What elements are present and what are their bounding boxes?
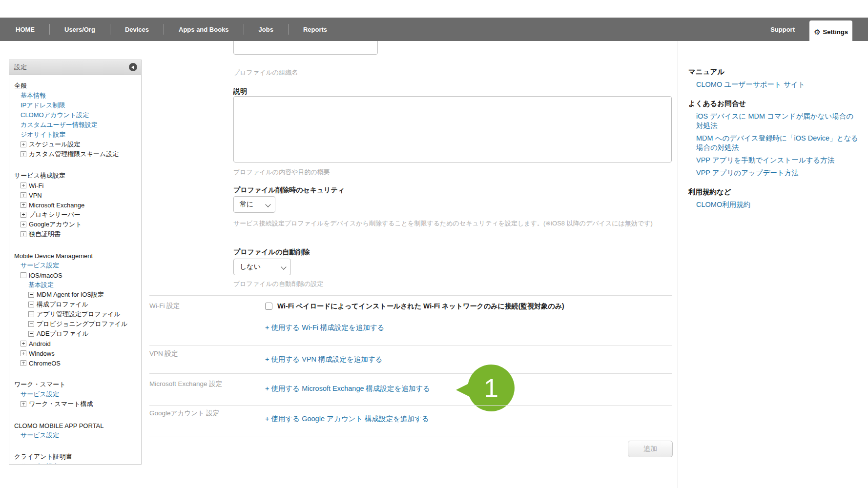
add-vpn-config-link[interactable]: + 使用する VPN 構成設定を追加する [265,355,383,364]
sidebar-group: Mobile Device Managementサービス設定iOS/macOS基… [9,251,141,368]
expand-icon[interactable] [28,331,34,337]
add-button[interactable]: 追加 [628,441,673,457]
collapse-icon[interactable] [21,272,26,278]
sidebar-item-tree[interactable]: ワーク・スマート構成 [9,399,141,409]
sidebar-item-label: iOS/macOS [29,272,62,279]
expand-icon[interactable] [28,311,34,317]
sidebar-item-label: Windows [29,350,55,357]
sidebar-item-label: ジオサイト設定 [21,130,66,139]
tab-settings[interactable]: ⚙ Settings [809,20,852,43]
org-name-help: プロファイルの組織名 [233,68,298,77]
sidebar-item-label: Android [29,340,51,347]
sidebar-item-tree[interactable]: ChromeOS [9,358,141,368]
expand-icon[interactable] [21,202,26,208]
sidebar-item-tree[interactable]: Windows [9,348,141,358]
sidebar-item-tree[interactable]: ADEプロファイル [9,329,141,339]
sidebar-group-title: サービス構成設定 [9,171,141,181]
sidebar-item-tree[interactable]: MDM Agent for iOS設定 [9,290,141,300]
help-link[interactable]: VPP アプリのアップデート方法 [696,168,860,178]
auto-removal-select[interactable]: しない [233,259,291,275]
sidebar-item-tree[interactable]: Googleアカウント [9,220,141,229]
removal-security-help: サービス接続設定プロファイルをデバイスから削除することを制限するためのセキュリテ… [233,216,675,231]
description-label: 説明 [233,87,247,96]
wifi-row-label: Wi-Fi 設定 [149,302,180,310]
sidebar-item-link[interactable]: サービス設定 [9,462,141,465]
sidebar-item-tree[interactable]: カスタム管理権限スキーム設定 [9,149,141,159]
sidebar-item-link[interactable]: サービス設定 [9,430,141,440]
help-link[interactable]: MDM へのデバイス登録時に「iOS Device」となる場合の対処法 [696,134,860,152]
help-link[interactable]: iOS デバイスに MDM コマンドが届かない場合の対処法 [696,112,860,130]
sidebar-item-label: Microsoft Exchange [29,202,84,209]
sidebar-item-link[interactable]: サービス設定 [9,389,141,399]
sidebar-item-label: ChromeOS [29,360,61,367]
nav-tab-devices[interactable]: Devices [110,26,164,33]
help-section-title: マニュアル [688,67,860,77]
expand-icon[interactable] [28,292,34,298]
expand-icon[interactable] [21,192,26,198]
sidebar-item-link[interactable]: 基本設定 [9,280,141,290]
add-wifi-config-link[interactable]: + 使用する Wi-Fi 構成設定を追加する [265,323,385,332]
sidebar-item-link[interactable]: IPアドレス制限 [9,101,141,110]
sidebar-item-tree[interactable]: アプリ管理設定プロファイル [9,309,141,319]
sidebar-item-link[interactable]: 基本情報 [9,91,141,101]
sidebar-item-tree[interactable]: スケジュール設定 [9,140,141,149]
expand-icon[interactable] [21,231,26,237]
sidebar-item-tree[interactable]: VPN [9,190,141,200]
add-exchange-config-link[interactable]: + 使用する Microsoft Exchange 構成設定を追加する [265,384,430,393]
sidebar-item-label: アプリ管理設定プロファイル [37,310,121,319]
divider [149,373,672,374]
nav-tab-jobs[interactable]: Jobs [244,26,288,33]
nav-tab-reports[interactable]: Reports [289,26,342,33]
sidebar-item-link[interactable]: カスタムユーザー情報設定 [9,120,141,130]
divider [149,345,672,346]
settings-tab-label: Settings [823,28,848,36]
org-name-input[interactable] [233,41,378,55]
description-textarea[interactable] [233,96,672,163]
removal-security-label: プロファイル削除時のセキュリティ [233,186,345,195]
nav-tab-home[interactable]: HOME [1,26,49,33]
expand-icon[interactable] [21,142,26,147]
sidebar-item-tree[interactable]: Android [9,339,141,348]
expand-icon[interactable] [21,401,26,407]
sidebar-group: 全般基本情報IPアドレス制限CLOMOアカウント設定カスタムユーザー情報設定ジオ… [9,81,141,159]
help-link[interactable]: CLOMO利用規約 [696,200,860,209]
sidebar-header: 設定 [9,60,141,75]
expand-icon[interactable] [21,222,26,227]
expand-icon[interactable] [21,183,26,188]
sidebar-item-tree[interactable]: プロキシサーバー [9,210,141,220]
sidebar-item-tree[interactable]: 独自証明書 [9,229,141,239]
help-link[interactable]: CLOMO ユーザーサポート サイト [696,80,860,89]
expand-icon[interactable] [21,341,26,346]
sidebar-collapse-button[interactable] [129,63,137,71]
sidebar-item-label: サービス設定 [21,431,59,440]
sidebar-item-label: 構成プロファイル [37,300,88,309]
removal-security-select[interactable]: 常に [233,196,275,213]
expand-icon[interactable] [28,302,34,307]
nav-support[interactable]: Support [770,18,795,41]
sidebar-item-label: 独自証明書 [29,230,61,239]
sidebar-item-tree[interactable]: プロビジョニングプロファイル [9,319,141,329]
help-section-title: よくあるお問合せ [688,99,860,108]
sidebar-item-link[interactable]: サービス設定 [9,261,141,270]
sidebar-item-tree[interactable]: Wi-Fi [9,181,141,190]
sidebar-item-tree[interactable]: Microsoft Exchange [9,200,141,210]
expand-icon[interactable] [21,350,26,356]
add-google-config-link[interactable]: + 使用する Google アカウント 構成設定を追加する [265,414,429,424]
gear-icon: ⚙ [814,28,820,36]
expand-icon[interactable] [21,360,26,366]
expand-icon[interactable] [21,212,26,218]
divider [149,295,672,296]
sidebar-group: サービス構成設定Wi-FiVPNMicrosoft Exchangeプロキシサー… [9,171,141,239]
sidebar-item-label: カスタムユーザー情報設定 [21,121,98,129]
sidebar-item-link[interactable]: ジオサイト設定 [9,130,141,140]
nav-tab-apps-and-books[interactable]: Apps and Books [164,26,244,33]
nav-tab-users-org[interactable]: Users/Org [50,26,110,33]
expand-icon[interactable] [21,151,26,157]
sidebar-item-label: ワーク・スマート構成 [29,400,93,408]
sidebar-item-tree[interactable]: iOS/macOS [9,270,141,280]
expand-icon[interactable] [28,321,34,327]
help-link[interactable]: VPP アプリを手動でインストールする方法 [696,156,860,165]
sidebar-item-link[interactable]: CLOMOアカウント設定 [9,110,141,120]
sidebar-item-tree[interactable]: 構成プロファイル [9,300,141,309]
wifi-checkbox[interactable] [265,303,272,310]
